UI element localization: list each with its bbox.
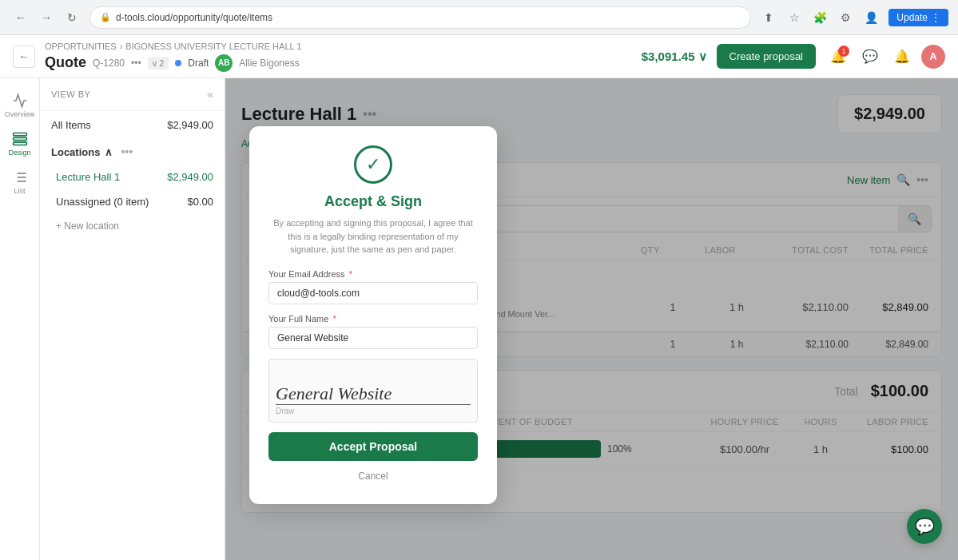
create-proposal-button[interactable]: Create proposal (717, 44, 817, 69)
sidebar-item-overview[interactable]: Overview (2, 88, 38, 123)
sidebar-item-overview-label: Overview (5, 110, 35, 118)
sidebar-item-list[interactable]: List (2, 165, 38, 200)
update-button[interactable]: Update ⋮ (888, 9, 948, 26)
location-item-lecture-hall[interactable]: Lecture Hall 1 $2,949.00 (40, 165, 225, 189)
design-icon (12, 131, 28, 147)
sidebar-item-design-label: Design (8, 149, 30, 157)
all-items-row[interactable]: All Items $2,949.00 (40, 111, 225, 139)
notification-badge: 1 (838, 46, 849, 57)
new-location-button[interactable]: + New location (40, 214, 225, 238)
expand-icon: ∧ (105, 146, 113, 158)
unassigned-price: $0.00 (187, 196, 213, 208)
location-name: Lecture Hall 1 (56, 171, 120, 183)
signature-text: General Website (276, 383, 471, 404)
star-icon[interactable]: ☆ (783, 6, 805, 29)
accept-proposal-button[interactable]: Accept Proposal (268, 432, 478, 461)
quote-id: Q-1280 (93, 58, 125, 69)
breadcrumb-sep: › (120, 42, 123, 51)
location-price: $2,949.00 (167, 171, 213, 183)
all-items-label: All Items (51, 119, 91, 131)
settings-icon[interactable]: ⚙ (834, 6, 857, 29)
address-bar[interactable]: 🔒 d-tools.cloud/opportunity/quote/items (89, 6, 751, 29)
app-header: ← OPPORTUNITIES › BIGONESS UNIVERSITY LE… (0, 35, 958, 78)
breadcrumb-parent[interactable]: OPPORTUNITIES (45, 42, 117, 51)
header-icons: 🔔 1 💬 🔔 A (825, 44, 945, 70)
overview-icon (12, 93, 28, 109)
breadcrumb-child[interactable]: BIGONESS UNIVERSITY LECTURE HALL 1 (125, 42, 301, 51)
locations-menu-icon[interactable]: ••• (121, 145, 133, 158)
modal-title: Accept & Sign (268, 193, 478, 210)
left-panel: VIEW BY « All Items $2,949.00 Locations … (40, 78, 225, 560)
all-items-price: $2,949.00 (167, 119, 213, 131)
user-avatar[interactable]: A (921, 45, 945, 69)
author-name: Allie Bigoness (239, 58, 299, 69)
signature-area[interactable]: General Website Draw (268, 359, 478, 423)
draw-label: Draw (276, 407, 471, 415)
sidebar-item-list-label: List (14, 187, 25, 195)
signature-line (276, 404, 471, 405)
chat-button[interactable]: 💬 (857, 44, 883, 70)
breadcrumb: OPPORTUNITIES › BIGONESS UNIVERSITY LECT… (45, 42, 301, 51)
modal-overlay: ✓ Accept & Sign By accepting and signing… (225, 78, 958, 560)
forward-button[interactable]: → (35, 6, 58, 29)
quote-dots: ••• (131, 58, 141, 69)
extension-icon[interactable]: 🧩 (809, 6, 831, 29)
status-text: Draft (188, 58, 209, 69)
name-input[interactable] (268, 327, 478, 349)
name-label: Your Full Name * (268, 314, 478, 324)
refresh-button[interactable]: ↻ (61, 6, 83, 29)
list-icon (12, 169, 28, 185)
view-by-label: VIEW BY (51, 89, 90, 99)
app-container: ← OPPORTUNITIES › BIGONESS UNIVERSITY LE… (0, 35, 958, 560)
lock-icon: 🔒 (100, 12, 111, 22)
locations-label: Locations (51, 146, 100, 158)
svg-rect-0 (13, 133, 26, 136)
location-item-unassigned[interactable]: Unassigned (0 item) $0.00 (40, 189, 225, 214)
status-dot (175, 60, 181, 66)
header-title: Quote Q-1280 ••• v 2 Draft AB Allie Bigo… (45, 54, 301, 72)
collapse-button[interactable]: « (207, 88, 213, 101)
new-location-label: + New location (56, 220, 119, 232)
share-icon[interactable]: ⬆ (757, 6, 780, 29)
email-label: Your Email Address * (268, 269, 478, 279)
page-title: Quote (45, 54, 86, 71)
chat-fab-button[interactable]: 💬 (907, 509, 942, 544)
quote-meta: Q-1280 ••• v 2 Draft AB Allie Bigoness (93, 54, 300, 72)
icon-sidebar: Overview Design List (0, 78, 40, 560)
locations-header[interactable]: Locations ∧ ••• (40, 139, 225, 165)
author-avatar: AB (215, 54, 233, 72)
main-content: Overview Design List (0, 78, 958, 560)
unassigned-name: Unassigned (0 item) (56, 196, 149, 208)
notifications-button[interactable]: 🔔 1 (825, 44, 851, 70)
modal-check-icon: ✓ (354, 145, 392, 184)
alerts-button[interactable]: 🔔 (889, 44, 915, 70)
profile-icon[interactable]: 👤 (860, 6, 882, 29)
cancel-button[interactable]: Cancel (268, 467, 478, 485)
browser-chrome: ← → ↻ 🔒 d-tools.cloud/opportunity/quote/… (0, 0, 958, 35)
browser-actions: ⬆ ☆ 🧩 ⚙ 👤 (757, 6, 882, 29)
svg-rect-1 (13, 137, 26, 140)
sidebar-item-design[interactable]: Design (2, 126, 38, 161)
email-input[interactable] (268, 282, 478, 304)
svg-rect-2 (13, 142, 26, 145)
url-text: d-tools.cloud/opportunity/quote/items (116, 12, 272, 23)
modal-description: By accepting and signing this proposal, … (268, 216, 478, 256)
back-button[interactable]: ← (13, 46, 35, 68)
chat-fab-icon: 💬 (915, 517, 935, 536)
version-badge: v 2 (148, 57, 169, 70)
total-price-display[interactable]: $3,091.45 ∨ (642, 50, 707, 64)
panel-header: VIEW BY « (40, 78, 225, 111)
main-area: Lecture Hall 1 ••• $2,949.00 Add descrip… (225, 78, 958, 560)
browser-nav-buttons: ← → ↻ (10, 6, 83, 29)
accept-sign-modal: ✓ Accept & Sign By accepting and signing… (249, 126, 497, 504)
back-button[interactable]: ← (10, 6, 32, 29)
